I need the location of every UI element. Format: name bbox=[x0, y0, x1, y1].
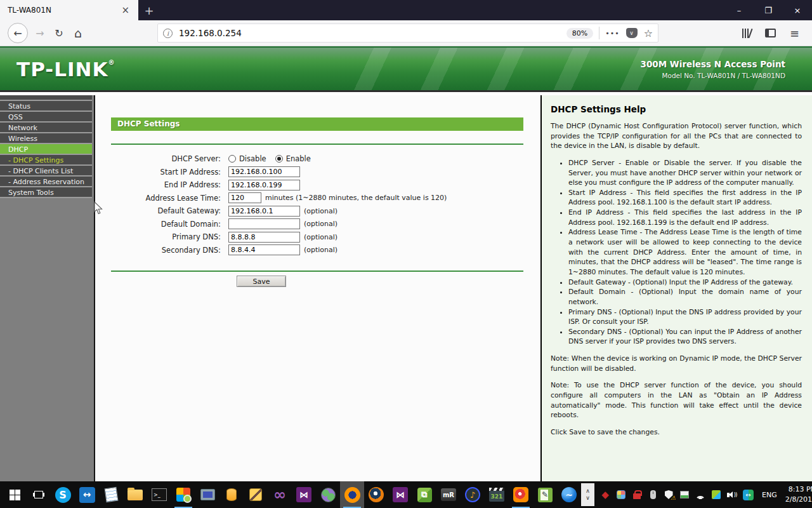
primary-dns-optional: (optional) bbox=[304, 233, 337, 241]
chevron-down-icon: ∨ bbox=[586, 495, 590, 501]
browser-tab[interactable]: TL-WA801N × bbox=[0, 0, 138, 20]
window-restore-button[interactable]: ❐ bbox=[754, 0, 783, 20]
window-minimize-button[interactable]: – bbox=[724, 0, 754, 20]
task-view-button[interactable] bbox=[27, 481, 51, 508]
back-button[interactable]: ← bbox=[8, 23, 28, 43]
pocket-icon[interactable]: ∨ bbox=[626, 28, 638, 38]
menu-hamburger-icon[interactable]: ≡ bbox=[790, 27, 799, 40]
taskbar-visual-studio-2[interactable]: ⋈ bbox=[388, 481, 412, 508]
registered-mark: ® bbox=[108, 59, 115, 66]
default-gateway-input[interactable] bbox=[228, 206, 300, 217]
help-bullet: Secondary DNS - (Optional) You can input… bbox=[568, 327, 802, 347]
primary-dns-input[interactable] bbox=[228, 232, 300, 243]
tray-defender-shield-icon[interactable]: ⚠ bbox=[664, 490, 674, 500]
taskbar-globe-app[interactable] bbox=[316, 481, 340, 508]
secondary-dns-input[interactable] bbox=[228, 244, 300, 255]
zoom-level-badge[interactable]: 80% bbox=[566, 28, 593, 39]
taskbar-teamviewer[interactable]: ↔ bbox=[75, 481, 99, 508]
taskbar-vs-community[interactable]: ∞ bbox=[268, 481, 292, 508]
help-bullet: Primary DNS - (Optional) Input the DNS I… bbox=[568, 307, 802, 327]
database-tool-icon bbox=[226, 488, 237, 501]
taskbar-skype[interactable]: S bbox=[51, 481, 75, 508]
task-view-icon bbox=[34, 491, 43, 498]
save-button[interactable]: Save bbox=[237, 276, 286, 287]
bookmark-star-icon[interactable]: ☆ bbox=[644, 27, 653, 39]
clock-date: 2/8/2018 bbox=[785, 495, 812, 505]
sidebar-menu: Status QSS Network Wireless DHCP - DHCP … bbox=[0, 95, 94, 481]
sidebar-item-dhcp-clients-list[interactable]: - DHCP Clients List bbox=[0, 166, 92, 177]
sidebar-toggle-icon[interactable] bbox=[765, 29, 776, 37]
page-actions-icon[interactable]: ••• bbox=[605, 29, 619, 37]
reload-button[interactable]: ↻ bbox=[49, 23, 69, 43]
language-indicator[interactable]: ENG bbox=[762, 491, 777, 499]
file-explorer-icon bbox=[128, 490, 143, 500]
media-player-classic-icon: 321 bbox=[489, 488, 504, 502]
taskbar-media-player-classic[interactable]: 321 bbox=[485, 481, 509, 508]
disable-radio[interactable] bbox=[228, 155, 236, 163]
help-bullet: Address Lease Time - The Address Lease T… bbox=[568, 227, 802, 277]
enable-radio[interactable] bbox=[275, 155, 283, 163]
tray-mouse-settings-icon[interactable] bbox=[648, 490, 658, 500]
tray-volume-icon[interactable]: )) bbox=[727, 490, 737, 500]
tray-graphics-icon[interactable] bbox=[679, 490, 690, 500]
taskbar-mremoteng[interactable]: mR bbox=[436, 481, 461, 508]
help-panel: DHCP Settings Help The DHCP (Dynamic Hos… bbox=[540, 95, 812, 481]
tray-color-app-icon[interactable] bbox=[616, 490, 626, 500]
taskbar-firefox[interactable] bbox=[340, 481, 364, 508]
sidebar-item-dhcp[interactable]: DHCP bbox=[0, 144, 92, 155]
start-ip-input[interactable] bbox=[228, 166, 300, 177]
taskbar-build-tool[interactable] bbox=[244, 481, 268, 508]
help-bullet-list: DHCP Server - Enable or Disable the serv… bbox=[568, 158, 802, 347]
taskbar-notes-editor[interactable]: ✎ bbox=[533, 481, 557, 508]
browser-toolbar: ← → ↻ ⌂ i 192.168.0.254 80% ••• ∨ ☆ ≡ bbox=[0, 20, 812, 46]
taskbar-file-explorer[interactable] bbox=[123, 481, 147, 508]
taskbar-visual-studio[interactable]: ⋈ bbox=[292, 481, 316, 508]
taskbar-blender[interactable] bbox=[364, 481, 388, 508]
tray-teamviewer-icon[interactable]: ↔ bbox=[743, 490, 754, 500]
default-domain-input[interactable] bbox=[228, 218, 300, 229]
library-icon[interactable] bbox=[742, 29, 751, 38]
taskbar-database-tool[interactable] bbox=[219, 481, 244, 508]
bottom-rule bbox=[111, 271, 523, 272]
help-bullet: Default Domain - (Optional) Input the do… bbox=[568, 287, 802, 307]
openoffice-icon: ~ bbox=[561, 487, 577, 502]
sidebar-item-dhcp-settings[interactable]: - DHCP Settings bbox=[0, 155, 92, 166]
url-text[interactable]: 192.168.0.254 bbox=[179, 28, 566, 38]
xnview-icon bbox=[513, 487, 528, 502]
enable-radio-label[interactable]: Enable bbox=[286, 154, 311, 163]
taskbar-openoffice[interactable]: ~ bbox=[557, 481, 581, 508]
start-button[interactable] bbox=[3, 481, 27, 508]
device-header: TP-LINK® 300M Wireless N Access Point Mo… bbox=[0, 48, 812, 90]
command-prompt-icon: >_ bbox=[152, 488, 167, 501]
show-hidden-icons-button[interactable]: ∧ ∨ bbox=[581, 483, 594, 506]
url-bar[interactable]: i 192.168.0.254 80% ••• ∨ ☆ bbox=[157, 23, 658, 43]
sidebar-item-qss[interactable]: QSS bbox=[0, 112, 92, 123]
tab-close-icon[interactable]: × bbox=[119, 4, 132, 16]
sidebar-item-address-reservation[interactable]: - Address Reservation bbox=[0, 177, 92, 187]
sidebar-item-network[interactable]: Network bbox=[0, 123, 92, 133]
home-button[interactable]: ⌂ bbox=[69, 23, 88, 43]
tray-red-diamond-icon[interactable]: ◆ bbox=[600, 490, 610, 500]
end-ip-input[interactable] bbox=[228, 180, 300, 190]
taskbar-xnview[interactable] bbox=[509, 481, 533, 508]
sidebar-item-system-tools[interactable]: System Tools bbox=[0, 187, 92, 198]
sidebar-item-wireless[interactable]: Wireless bbox=[0, 133, 92, 144]
tray-lock-icon[interactable] bbox=[632, 490, 642, 500]
tray-wifi-icon[interactable] bbox=[695, 490, 705, 500]
taskbar-audio-player[interactable]: ♪ bbox=[461, 481, 485, 508]
lease-time-input[interactable] bbox=[228, 192, 261, 203]
tray-vpn-icon[interactable] bbox=[711, 490, 721, 500]
taskbar-vmware[interactable]: ⧉ bbox=[412, 481, 436, 508]
taskbar-notepad[interactable] bbox=[99, 481, 123, 508]
new-tab-button[interactable]: + bbox=[138, 0, 160, 20]
taskbar-network-config-tool[interactable] bbox=[195, 481, 219, 508]
window-close-button[interactable]: × bbox=[783, 0, 812, 20]
site-info-icon[interactable]: i bbox=[163, 29, 173, 38]
taskbar-command-prompt[interactable]: >_ bbox=[147, 481, 171, 508]
forward-button[interactable]: → bbox=[30, 23, 49, 43]
urlbar-separator bbox=[599, 27, 599, 39]
disable-radio-label[interactable]: Disable bbox=[239, 154, 266, 163]
taskbar-clock[interactable]: 8:13 PM 2/8/2018 bbox=[785, 485, 812, 505]
sidebar-item-status[interactable]: Status bbox=[0, 101, 92, 112]
taskbar-windows-tool[interactable] bbox=[171, 481, 195, 508]
